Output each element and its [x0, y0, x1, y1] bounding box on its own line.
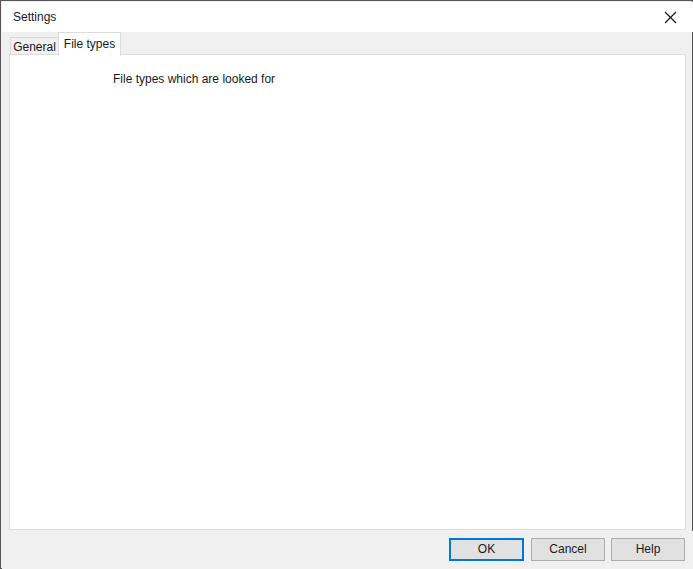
cancel-button[interactable]: Cancel	[531, 538, 605, 561]
close-icon	[664, 11, 677, 24]
file-types-tab-page	[9, 54, 686, 530]
dialog-footer: OK Cancel Help	[2, 531, 693, 569]
groupbox-title: File types which are looked for	[109, 72, 279, 86]
title-bar: Settings	[2, 2, 693, 32]
ok-button[interactable]: OK	[449, 538, 524, 561]
tab-file-types[interactable]: File types	[58, 32, 121, 56]
settings-dialog: Settings General File types	[0, 0, 693, 569]
window-title: Settings	[13, 2, 56, 32]
close-button[interactable]	[653, 2, 687, 32]
help-button[interactable]: Help	[611, 538, 685, 561]
